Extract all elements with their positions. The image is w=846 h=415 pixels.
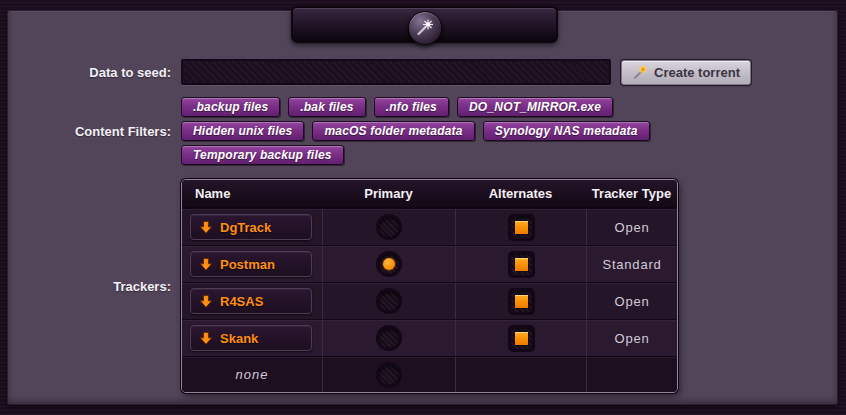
alternates-checkbox-skank[interactable] (511, 328, 532, 349)
content-filters-row: Content Filters: .backup files.bak files… (8, 97, 650, 165)
tracker-name-label: Skank (220, 331, 258, 346)
checkbox-fill (515, 295, 528, 308)
primary-radio-r4sas[interactable] (379, 291, 399, 311)
tracker-type-label: Open (587, 331, 677, 346)
checkbox-fill (515, 332, 528, 345)
tracker-name-label: Postman (220, 257, 275, 272)
tracker-row-skank: SkankOpen (182, 319, 677, 356)
column-header-primary: Primary (322, 186, 455, 201)
primary-radio-postman[interactable] (379, 254, 399, 274)
tracker-type-label: Standard (587, 257, 677, 272)
tracker-name-label: R4SAS (220, 294, 263, 309)
column-header-name: Name (182, 186, 322, 201)
trackers-table-header: Name Primary Alternates Tracker Type (182, 180, 677, 208)
tracker-row-postman: PostmanStandard (182, 245, 677, 282)
tracker-link-r4sas[interactable]: R4SAS (190, 288, 312, 314)
create-torrent-button[interactable]: Create torrent (621, 60, 751, 85)
tracker-name-label: DgTrack (220, 220, 271, 235)
header-bar (291, 6, 558, 43)
download-arrow-icon (199, 294, 213, 309)
magic-wand-icon (632, 64, 648, 80)
trackers-label: Trackers: (8, 279, 171, 294)
filter-chip[interactable]: .backup files (181, 97, 280, 117)
column-header-tracker-type: Tracker Type (586, 186, 677, 201)
alternates-checkbox-r4sas[interactable] (511, 291, 532, 312)
magic-wand-orb-button[interactable] (408, 11, 442, 45)
filter-chip[interactable]: Hidden unix files (181, 121, 304, 141)
alternates-checkbox-postman[interactable] (511, 254, 532, 275)
filter-chip[interactable]: DO_NOT_MIRROR.exe (457, 97, 613, 117)
filter-chip[interactable]: macOS folder metadata (312, 121, 474, 141)
create-torrent-screen: Data to seed: Create torrent Content Fil (0, 0, 846, 415)
column-header-alternates: Alternates (455, 186, 586, 201)
tracker-link-skank[interactable]: Skank (190, 325, 312, 351)
download-arrow-icon (199, 331, 213, 346)
filter-chip-row: Hidden unix filesmacOS folder metadataSy… (181, 121, 650, 141)
filter-chip[interactable]: .nfo files (374, 97, 449, 117)
trackers-table-body: DgTrackOpenPostmanStandardR4SASOpenSkank… (182, 208, 677, 392)
checkbox-fill (515, 258, 528, 271)
data-to-seed-input[interactable] (181, 59, 611, 85)
tracker-row-r4sas: R4SASOpen (182, 282, 677, 319)
trackers-table: Name Primary Alternates Tracker Type DgT… (181, 179, 678, 393)
data-to-seed-label: Data to seed: (8, 65, 171, 80)
filter-chip[interactable]: Temporary backup files (181, 145, 344, 165)
tracker-type-label: Open (587, 220, 677, 235)
content-filters-label: Content Filters: (8, 124, 171, 139)
filter-chip[interactable]: .bak files (288, 97, 365, 117)
download-arrow-icon (199, 220, 213, 235)
filter-chip-row: Temporary backup files (181, 145, 650, 165)
tracker-row-dgtrack: DgTrackOpen (182, 208, 677, 245)
primary-radio-skank[interactable] (379, 328, 399, 348)
download-arrow-icon (199, 257, 213, 272)
tracker-row-none: none (182, 356, 677, 392)
data-to-seed-row: Data to seed: Create torrent (8, 59, 751, 85)
tracker-type-label: Open (587, 294, 677, 309)
create-torrent-label: Create torrent (654, 65, 740, 80)
magic-wand-icon (415, 18, 434, 37)
trackers-row: Trackers: Name Primary Alternates Tracke… (8, 179, 678, 393)
filter-chip-group: .backup files.bak files.nfo filesDO_NOT_… (181, 97, 650, 165)
tracker-none-label: none (182, 367, 322, 382)
main-panel: Data to seed: Create torrent Content Fil (7, 10, 838, 405)
tracker-link-dgtrack[interactable]: DgTrack (190, 214, 312, 240)
tracker-link-postman[interactable]: Postman (190, 251, 312, 277)
primary-radio-none[interactable] (379, 365, 399, 385)
checkbox-fill (515, 221, 528, 234)
alternates-checkbox-dgtrack[interactable] (511, 217, 532, 238)
primary-radio-dgtrack[interactable] (379, 217, 399, 237)
filter-chip[interactable]: Synology NAS metadata (483, 121, 650, 141)
filter-chip-row: .backup files.bak files.nfo filesDO_NOT_… (181, 97, 650, 117)
